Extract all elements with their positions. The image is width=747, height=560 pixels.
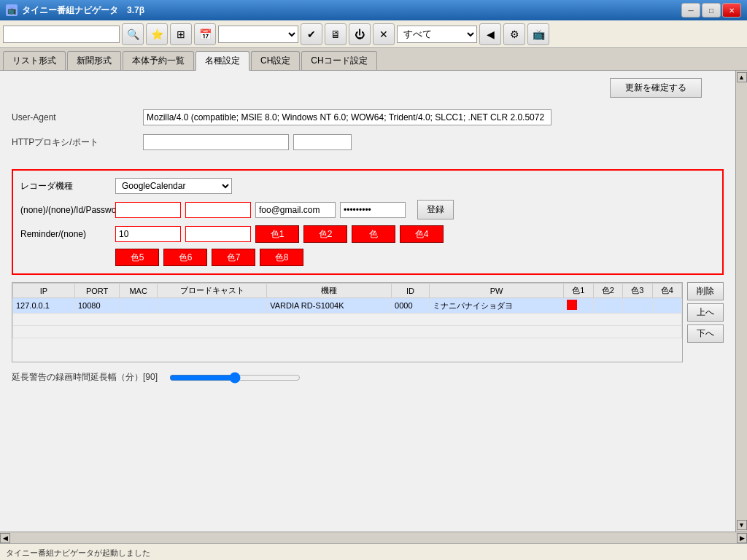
color-btn-7[interactable]: 色7 (212, 249, 255, 266)
slider-label: 延長警告の録画時間延長幅（分）[90] (12, 371, 158, 384)
table-section: IP PORT MAC ブロードキャスト 機種 ID PW 色1 色2 色3 色… (12, 282, 724, 362)
minimize-button[interactable]: ─ (681, 3, 700, 18)
scroll-left-btn[interactable]: ◀ (0, 533, 10, 543)
search-input[interactable] (3, 26, 120, 43)
search-icon[interactable]: 🔍 (122, 23, 144, 45)
cell-mac (120, 298, 158, 314)
stop-icon[interactable]: ✕ (373, 23, 395, 45)
settings-icon[interactable]: ⚙ (503, 23, 525, 45)
right-scrollbar[interactable]: ▲ ▼ (735, 71, 747, 532)
reminder-field1[interactable] (115, 226, 181, 242)
window-controls: ─ □ ✕ (681, 3, 741, 18)
recorder-table-scroll[interactable]: IP PORT MAC ブロードキャスト 機種 ID PW 色1 色2 色3 色… (12, 282, 683, 362)
back-icon[interactable]: ◀ (479, 23, 501, 45)
update-button[interactable]: 更新を確定する (610, 78, 702, 98)
filter-dropdown[interactable]: すべて (397, 26, 477, 43)
color-btn-4[interactable]: 色4 (400, 225, 444, 243)
tab-reservation-list[interactable]: 本体予約一覧 (123, 51, 194, 70)
user-agent-label: User-Agent (12, 112, 143, 122)
cell-color2 (593, 298, 622, 314)
check-icon[interactable]: ✔ (301, 23, 322, 45)
register-button[interactable]: 登録 (417, 200, 454, 219)
user-agent-input[interactable] (143, 109, 551, 125)
proxy-port-input[interactable] (293, 134, 352, 150)
power-icon[interactable]: ⏻ (349, 23, 371, 45)
bookmark-icon[interactable]: ⭐ (146, 23, 168, 45)
tab-various-settings[interactable]: 名種設定 (196, 51, 249, 71)
recorder-table: IP PORT MAC ブロードキャスト 機種 ID PW 色1 色2 色3 色… (12, 283, 682, 338)
none-field2[interactable] (185, 202, 251, 218)
col-color4: 色4 (652, 284, 682, 298)
col-ip: IP (13, 284, 75, 298)
tv-icon[interactable]: 📺 (527, 23, 549, 45)
recorder-dropdown[interactable]: GoogleCalendar VARDIA その他 (115, 178, 232, 194)
user-agent-controls (143, 109, 724, 125)
col-color3: 色3 (623, 284, 652, 298)
monitor-icon[interactable]: 🖥 (325, 23, 347, 45)
table-buttons: 削除 上へ 下へ (687, 282, 724, 362)
up-button[interactable]: 上へ (687, 303, 724, 322)
slider-section: 延長警告の録画時間延長幅（分）[90] (12, 371, 724, 384)
http-proxy-controls (143, 134, 724, 150)
none-id-row: (none)/(none)/Id/Password 登録 (20, 200, 715, 219)
color-btn-5[interactable]: 色5 (115, 249, 159, 266)
grid-icon[interactable]: ⊞ (170, 23, 192, 45)
cell-color1 (564, 298, 593, 314)
recorder-row: レコーダ機種 GoogleCalendar VARDIA その他 (20, 178, 715, 194)
none-id-label: (none)/(none)/Id/Password (20, 205, 115, 215)
col-mac: MAC (120, 284, 158, 298)
close-button[interactable]: ✕ (722, 3, 741, 18)
color-btn-8[interactable]: 色8 (260, 249, 303, 266)
tab-ch-settings[interactable]: CH設定 (251, 51, 300, 70)
recorder-section: レコーダ機種 GoogleCalendar VARDIA その他 (none)/… (12, 169, 724, 275)
down-button[interactable]: 下へ (687, 324, 724, 343)
color-btn-2[interactable]: 色2 (303, 225, 347, 243)
cell-color4 (652, 298, 682, 314)
table-row-empty (13, 314, 682, 326)
cell-id: 0000 (392, 298, 430, 314)
color-btn-6[interactable]: 色6 (163, 249, 207, 266)
extension-slider[interactable] (169, 372, 301, 384)
toolbar: 🔍 ⭐ ⊞ 📅 ✔ 🖥 ⏻ ✕ すべて ◀ ⚙ 📺 (0, 20, 747, 48)
status-line-1: タイニー番組ナビゲータが起動しました (6, 548, 741, 559)
color-btn-1[interactable]: 色1 (255, 225, 299, 243)
calendar-icon[interactable]: 📅 (194, 23, 216, 45)
title-bar-left: 📺 タイニー番組ナビゲータ 3.7β (6, 4, 144, 17)
col-pw: PW (429, 284, 563, 298)
col-model: 機種 (267, 284, 392, 298)
cell-color3 (623, 298, 652, 314)
bottom-scrollbar[interactable]: ◀ ▶ (0, 532, 747, 543)
cell-model: VARDIA RD-S1004K (267, 298, 392, 314)
scroll-right-btn[interactable]: ▶ (737, 533, 747, 543)
col-port: PORT (74, 284, 119, 298)
tab-ch-code-settings[interactable]: CHコード設定 (301, 51, 376, 70)
update-btn-row: 更新を確定する (12, 78, 724, 98)
email-field[interactable] (255, 202, 336, 218)
delete-button[interactable]: 削除 (687, 282, 724, 300)
cell-pw: ミナニパナイショダヨ (429, 298, 563, 314)
none-id-controls (115, 202, 406, 218)
tab-list-format[interactable]: リスト形式 (3, 51, 66, 70)
title-bar: 📺 タイニー番組ナビゲータ 3.7β ─ □ ✕ (0, 0, 747, 20)
user-agent-row: User-Agent (12, 109, 724, 125)
reminder-controls: 色1 色2 色 色4 (115, 225, 444, 243)
app-icon: 📺 (6, 4, 18, 16)
color-btn-3[interactable]: 色 (352, 225, 395, 243)
cell-broadcast (158, 298, 267, 314)
proxy-host-input[interactable] (143, 134, 289, 150)
scroll-down-btn[interactable]: ▼ (737, 520, 747, 530)
table-row-empty2 (13, 326, 682, 338)
cell-ip: 127.0.0.1 (13, 298, 75, 314)
http-proxy-row: HTTPプロキシ/ポート (12, 134, 724, 150)
col-id: ID (392, 284, 430, 298)
none-field1[interactable] (115, 202, 181, 218)
tab-bar: リスト形式 新聞形式 本体予約一覧 名種設定 CH設定 CHコード設定 (0, 48, 747, 71)
toolbar-dropdown[interactable] (218, 26, 298, 43)
tab-newspaper-format[interactable]: 新聞形式 (67, 51, 121, 70)
scroll-up-btn[interactable]: ▲ (737, 72, 747, 82)
password-field[interactable] (340, 202, 406, 218)
reminder-field2[interactable] (185, 226, 251, 242)
content-area: 更新を確定する User-Agent HTTPプロキシ/ポート レコーダ機種 (0, 71, 735, 532)
maximize-button[interactable]: □ (702, 3, 721, 18)
table-row[interactable]: 127.0.0.1 10080 VARDIA RD-S1004K 0000 ミナ… (13, 298, 682, 314)
